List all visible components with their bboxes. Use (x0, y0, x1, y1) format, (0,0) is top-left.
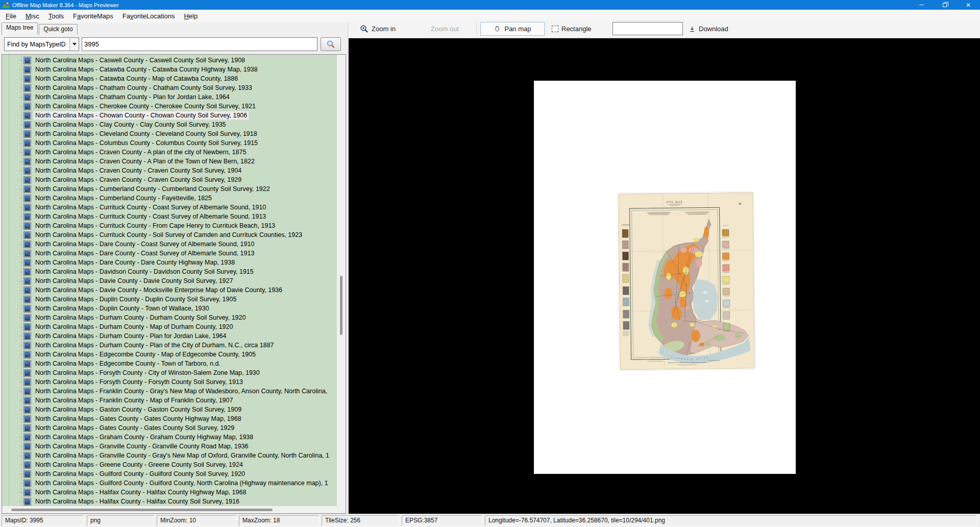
tree-row[interactable]: North Carolina Maps - Davie County - Moc… (2, 285, 337, 295)
tree-row[interactable]: North Carolina Maps - Gates County - Gat… (2, 423, 337, 433)
close-button[interactable]: ✕ (957, 0, 980, 10)
tree-row[interactable]: North Carolina Maps - Currituck County -… (2, 212, 337, 221)
search-input[interactable] (82, 37, 317, 51)
tree-row[interactable]: North Carolina Maps - Durham County - Ma… (2, 322, 337, 331)
pan-map-button[interactable]: Pan map (480, 22, 545, 36)
tab-maps-tree[interactable]: Maps tree (2, 22, 38, 35)
tree-row[interactable]: North Carolina Maps - Gaston County - Ga… (2, 405, 337, 414)
tree-row[interactable]: North Carolina Maps - Durham County - Pl… (2, 341, 337, 350)
tree-item-label: North Carolina Maps - Guilford County - … (34, 479, 330, 487)
map-viewport[interactable]: SOIL MAP (349, 38, 980, 514)
tree-row[interactable]: North Carolina Maps - Craven County - Cr… (2, 175, 337, 184)
tree-connector (19, 106, 23, 107)
dropdown-arrow-button[interactable] (69, 38, 79, 51)
tree-row[interactable]: North Carolina Maps - Guilford County - … (2, 469, 337, 478)
tree-row[interactable]: North Carolina Maps - Clay County - Clay… (2, 120, 337, 129)
tree-row[interactable]: North Carolina Maps - Davie County - Dav… (2, 276, 337, 285)
tree-row[interactable]: North Carolina Maps - Durham County - Pl… (2, 331, 337, 341)
tree-connector (19, 134, 23, 134)
tree-row[interactable]: North Carolina Maps - Cleveland County -… (2, 129, 337, 138)
tree-row[interactable]: North Carolina Maps - Dare County - Coas… (2, 239, 337, 249)
map-thumbnail-icon (23, 461, 31, 469)
tree-row[interactable]: North Carolina Maps - Guilford County - … (2, 478, 337, 488)
vertical-scrollbar-thumb[interactable] (340, 276, 342, 335)
tree-item-label: North Carolina Maps - Edgecombe County -… (34, 350, 257, 358)
tree-row[interactable]: North Carolina Maps - Halifax County - H… (2, 497, 337, 506)
maximize-button[interactable] (933, 0, 957, 10)
map-thumbnail-icon (23, 397, 31, 404)
map-thumbnail-icon (23, 443, 31, 450)
map-thumbnail-icon (23, 323, 31, 331)
menu-item[interactable]: File (1, 11, 21, 21)
maps-tree-list[interactable]: North Carolina Maps - Caswell County - C… (2, 55, 337, 506)
tree-connector (19, 161, 23, 162)
tree-row[interactable]: North Carolina Maps - Forsyth County - F… (2, 377, 337, 387)
tree-row[interactable]: North Carolina Maps - Currituck County -… (2, 221, 337, 230)
tree-row[interactable]: North Carolina Maps - Cumberland County … (2, 184, 337, 194)
menu-item[interactable]: FavoriteMaps (68, 11, 118, 21)
horizontal-scrollbar[interactable] (2, 506, 346, 513)
map-thumbnail-icon (23, 158, 31, 165)
tree-row[interactable]: North Carolina Maps - Granville County -… (2, 442, 337, 451)
tree-row[interactable]: North Carolina Maps - Durham County - Du… (2, 313, 337, 322)
status-position: Longitude=-76.574707, Latitude=36.258670… (485, 515, 976, 526)
map-thumbnail-icon (23, 84, 31, 92)
tree-row[interactable]: North Carolina Maps - Franklin County - … (2, 396, 337, 405)
tree-row[interactable]: North Carolina Maps - Franklin County - … (2, 387, 337, 396)
tree-row[interactable]: North Carolina Maps - Catawba County - M… (2, 74, 337, 83)
search-button[interactable] (321, 37, 341, 51)
tree-row[interactable]: North Carolina Maps - Cumberland County … (2, 194, 337, 203)
zoom-out-button[interactable]: Zoom out (428, 22, 462, 36)
tree-row[interactable]: North Carolina Maps - Craven County - A … (2, 157, 337, 166)
zoom-in-button[interactable]: Zoom in (357, 22, 399, 36)
tree-row[interactable]: North Carolina Maps - Davidson County - … (2, 267, 337, 276)
find-by-dropdown[interactable]: Find by MapsTypeID (4, 37, 79, 51)
toolbar-separator (476, 22, 477, 35)
tree-row[interactable]: North Carolina Maps - Chowan County - Ch… (2, 111, 337, 120)
tree-row[interactable]: North Carolina Maps - Chatham County - P… (2, 92, 337, 102)
tree-row[interactable]: North Carolina Maps - Columbus County - … (2, 138, 337, 148)
menu-item[interactable]: Help (179, 11, 202, 21)
menu-item[interactable]: FavoriteLocations (118, 11, 180, 21)
tree-row[interactable]: North Carolina Maps - Cherokee County - … (2, 102, 337, 111)
vertical-scrollbar[interactable] (337, 55, 346, 506)
tree-item-label: North Carolina Maps - Gaston County - Ga… (34, 405, 243, 414)
tree-connector (19, 281, 23, 281)
tree-item-label: North Carolina Maps - Dare County - Dare… (34, 258, 236, 267)
menu-item[interactable]: Misc (21, 11, 44, 21)
tree-row[interactable]: North Carolina Maps - Currituck County -… (2, 203, 337, 212)
tree-row[interactable]: North Carolina Maps - Catawba County - C… (2, 65, 337, 74)
tree-row[interactable]: North Carolina Maps - Dare County - Dare… (2, 258, 337, 267)
tree-row[interactable]: North Carolina Maps - Dare County - Coas… (2, 249, 337, 258)
tree-row[interactable]: North Carolina Maps - Craven County - A … (2, 148, 337, 157)
tree-row[interactable]: North Carolina Maps - Greene County - Gr… (2, 460, 337, 469)
rectangle-button[interactable]: Rectangle (549, 22, 595, 36)
soil-map-image: SOIL MAP (618, 193, 755, 370)
tree-row[interactable]: North Carolina Maps - Chatham County - C… (2, 83, 337, 92)
tree-row[interactable]: North Carolina Maps - Craven County - Cr… (2, 166, 337, 175)
minimize-button[interactable] (910, 0, 933, 10)
toolbar-input[interactable] (612, 22, 683, 35)
tree-item-label: North Carolina Maps - Dare County - Coas… (34, 249, 256, 257)
map-thumbnail-icon (23, 434, 31, 441)
tree-row[interactable]: North Carolina Maps - Currituck County -… (2, 230, 337, 239)
tree-row[interactable]: North Carolina Maps - Forsyth County - C… (2, 368, 337, 377)
tree-row[interactable]: North Carolina Maps - Caswell County - C… (2, 56, 337, 65)
map-thumbnail-icon (23, 305, 31, 313)
tree-row[interactable]: North Carolina Maps - Granville County -… (2, 451, 337, 460)
tree-row[interactable]: North Carolina Maps - Graham County - Gr… (2, 433, 337, 442)
tree-row[interactable]: North Carolina Maps - Duplin County - To… (2, 304, 337, 313)
tree-connector (19, 336, 23, 337)
tab-quick-goto[interactable]: Quick goto (39, 24, 77, 35)
tree-row[interactable]: North Carolina Maps - Edgecombe County -… (2, 359, 337, 368)
menu-item[interactable]: Tools (44, 11, 68, 21)
tree-row[interactable]: North Carolina Maps - Duplin County - Du… (2, 295, 337, 304)
tree-row[interactable]: North Carolina Maps - Gates County - Gat… (2, 414, 337, 423)
tree-connector (19, 69, 23, 70)
download-button[interactable]: Download (685, 22, 731, 36)
tree-connector (19, 373, 23, 373)
tree-row[interactable]: North Carolina Maps - Edgecombe County -… (2, 350, 337, 359)
horizontal-scrollbar-thumb[interactable] (11, 509, 273, 511)
tree-item-label: North Carolina Maps - Guilford County - … (34, 470, 247, 478)
tree-row[interactable]: North Carolina Maps - Halifax County - H… (2, 488, 337, 497)
